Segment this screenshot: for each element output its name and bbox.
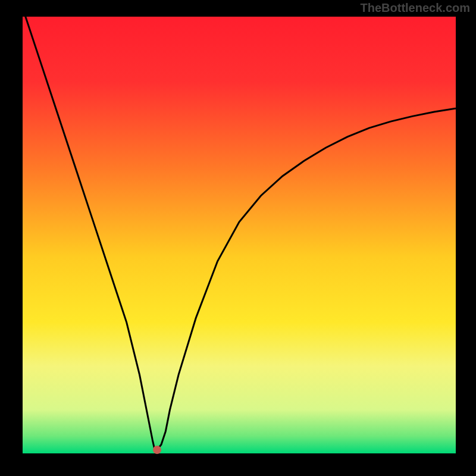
chart-svg (23, 17, 456, 453)
watermark-text: TheBottleneck.com (361, 1, 470, 15)
plot-area (23, 17, 456, 453)
optimal-marker-dot (153, 446, 161, 454)
gradient-background (23, 17, 456, 453)
